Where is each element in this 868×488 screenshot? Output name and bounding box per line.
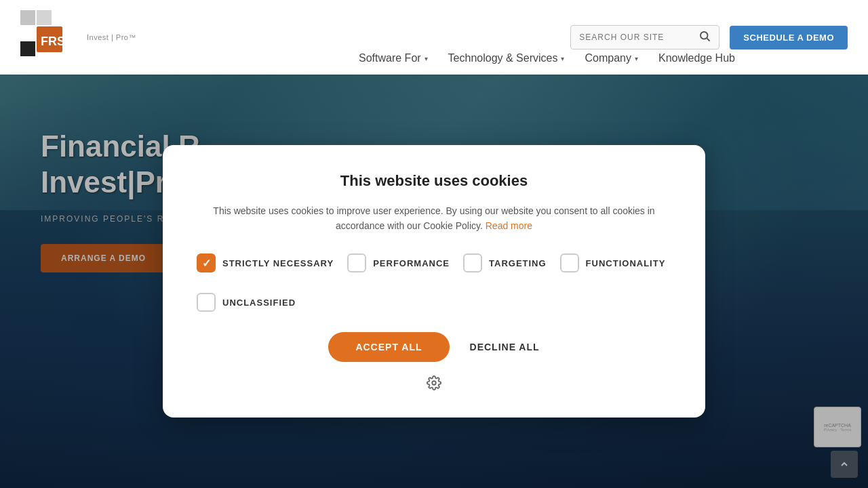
targeting-label: TARGETING: [489, 258, 547, 268]
nav-knowledge-hub[interactable]: Knowledge Hub: [658, 52, 735, 75]
search-input[interactable]: [579, 33, 698, 42]
schedule-demo-button[interactable]: SCHEDULE A DEMO: [730, 26, 848, 49]
svg-rect-0: [20, 10, 35, 25]
cookie-option-targeting[interactable]: TARGETING: [463, 253, 547, 272]
svg-rect-4: [20, 41, 35, 56]
cookie-options: STRICTLY NECESSARY PERFORMANCE TARGETING…: [197, 253, 671, 272]
logo[interactable]: FRS Invest | Pro™: [20, 10, 136, 64]
nav-technology-services[interactable]: Technology & Services ▾: [448, 52, 565, 75]
unclassified-checkbox[interactable]: [197, 293, 216, 312]
nav-software-for[interactable]: Software For ▾: [359, 52, 428, 75]
functionality-label: FUNCTIONALITY: [586, 258, 666, 268]
chevron-down-icon: ▾: [635, 55, 638, 62]
targeting-checkbox[interactable]: [463, 253, 482, 272]
decline-all-button[interactable]: DECLINE ALL: [470, 342, 540, 352]
strictly-necessary-label: STRICTLY NECESSARY: [222, 258, 334, 268]
svg-point-7: [432, 382, 436, 386]
cookie-modal: This website uses cookies This website u…: [163, 145, 705, 418]
read-more-link[interactable]: Read more: [486, 220, 532, 231]
cookie-option-strictly-necessary[interactable]: STRICTLY NECESSARY: [197, 253, 334, 272]
header-right: SCHEDULE A DEMO: [570, 25, 848, 49]
performance-label: PERFORMANCE: [373, 258, 450, 268]
cookie-option-functionality[interactable]: FUNCTIONALITY: [560, 253, 666, 272]
unclassified-label: UNCLASSIFIED: [222, 298, 296, 308]
svg-text:FRS: FRS: [41, 35, 65, 48]
functionality-checkbox[interactable]: [560, 253, 579, 272]
svg-point-5: [701, 32, 708, 39]
accept-all-button[interactable]: ACCEPT ALL: [328, 332, 449, 362]
cookie-option-unclassified[interactable]: UNCLASSIFIED: [197, 293, 671, 312]
strictly-necessary-checkbox[interactable]: [197, 253, 216, 272]
chevron-down-icon: ▾: [425, 55, 428, 62]
search-bar[interactable]: [570, 25, 719, 49]
performance-checkbox[interactable]: [347, 253, 366, 272]
chevron-down-icon: ▾: [561, 55, 564, 62]
cookie-title: This website uses cookies: [197, 172, 671, 190]
cookie-description: This website uses cookies to improve use…: [197, 203, 671, 234]
search-icon[interactable]: [698, 30, 711, 45]
cookie-buttons: ACCEPT ALL DECLINE ALL: [197, 332, 671, 362]
svg-rect-1: [37, 10, 52, 25]
logo-text: Invest | Pro™: [87, 33, 136, 41]
nav-company[interactable]: Company ▾: [585, 52, 637, 75]
main-nav: Software For ▾ Technology & Services ▾ C…: [359, 52, 735, 75]
cookie-modal-overlay: This website uses cookies This website u…: [0, 75, 868, 488]
hero-section: Financial R Invest|Pro™ commission softw…: [0, 75, 868, 488]
svg-line-6: [707, 38, 710, 41]
header: FRS Invest | Pro™ Software For ▾ Technol…: [0, 0, 868, 75]
cookie-option-performance[interactable]: PERFORMANCE: [347, 253, 450, 272]
cookie-settings-icon[interactable]: [197, 375, 671, 390]
logo-icon: FRS: [20, 10, 81, 64]
